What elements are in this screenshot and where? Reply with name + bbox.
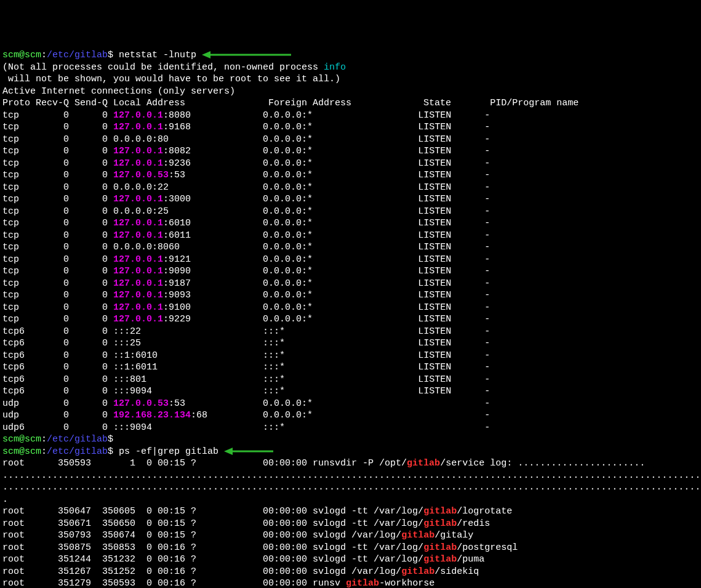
ip-address: 127.0.0.1 xyxy=(113,266,163,276)
ps-dots: ........................................… xyxy=(2,470,699,482)
netstat-note: will not be shown, you would have to be … xyxy=(2,73,699,86)
terminal-output: scm@scm:/etc/gitlab$ netstat -lnutp (Not… xyxy=(2,49,699,588)
ip-address: 127.0.0.1 xyxy=(113,194,163,204)
netstat-row: tcp 0 0 127.0.0.1:6011 0.0.0.0:* LISTEN … xyxy=(2,230,699,242)
ip-address: 192.168.23.134 xyxy=(113,410,191,421)
netstat-row: tcp 0 0 127.0.0.1:6010 0.0.0.0:* LISTEN … xyxy=(2,217,699,230)
grep-highlight: gitlab xyxy=(423,518,457,529)
ps-row: root 351279 350593 0 00:16 ? 00:00:00 ru… xyxy=(2,578,699,588)
ip-address: 127.0.0.1 xyxy=(113,146,163,156)
ip-address: 127.0.0.1 xyxy=(113,122,163,132)
netstat-row: tcp 0 0 127.0.0.1:9093 0.0.0.0:* LISTEN … xyxy=(2,289,699,302)
prompt-path: /etc/gitlab xyxy=(47,446,108,457)
grep-highlight: gitlab xyxy=(346,578,379,588)
ip-address: 127.0.0.1 xyxy=(113,254,163,265)
ip-address: 127.0.0.1 xyxy=(113,110,163,121)
netstat-row: tcp 0 0 127.0.0.1:9121 0.0.0.0:* LISTEN … xyxy=(2,254,699,266)
netstat-row: tcp6 0 0 :::9094 :::* LISTEN - xyxy=(2,385,699,398)
netstat-row: udp 0 0 192.168.23.134:68 0.0.0.0:* - xyxy=(2,409,699,422)
netstat-row: udp6 0 0 :::9094 :::* - xyxy=(2,422,699,434)
ps-row: root 350647 350605 0 00:15 ? 00:00:00 sv… xyxy=(2,505,699,518)
ip-address: 127.0.0.1 xyxy=(113,314,163,324)
netstat-row: tcp 0 0 127.0.0.1:9229 0.0.0.0:* LISTEN … xyxy=(2,313,699,326)
ps-row: root 350671 350650 0 00:15 ? 00:00:00 sv… xyxy=(2,518,699,530)
ip-address: 127.0.0.1 xyxy=(113,278,163,289)
ip-address: 127.0.0.1 xyxy=(113,218,163,228)
arrow-icon xyxy=(224,447,273,456)
netstat-header: Proto Recv-Q Send-Q Local Address Foreig… xyxy=(2,97,699,110)
netstat-row: tcp 0 0 127.0.0.1:8082 0.0.0.0:* LISTEN … xyxy=(2,145,699,158)
netstat-row: tcp6 0 0 ::1:6011 :::* LISTEN - xyxy=(2,361,699,374)
netstat-row: tcp 0 0 127.0.0.1:8080 0.0.0.0:* LISTEN … xyxy=(2,110,699,122)
grep-highlight: gitlab xyxy=(401,530,435,541)
grep-highlight: gitlab xyxy=(407,458,440,469)
ps-dots: ........................................… xyxy=(2,481,699,494)
netstat-row: tcp 0 0 0.0.0.0:25 0.0.0.0:* LISTEN - xyxy=(2,206,699,218)
netstat-row: tcp 0 0 0.0.0.0:22 0.0.0.0:* LISTEN - xyxy=(2,182,699,194)
ip-address: 127.0.0.1 xyxy=(113,290,163,300)
ps-dots: . xyxy=(2,494,699,506)
netstat-note: (Not all processes could be identified, … xyxy=(2,62,699,74)
ps-row: root 350793 350674 0 00:15 ? 00:00:00 sv… xyxy=(2,530,699,542)
netstat-row: tcp6 0 0 :::22 :::* LISTEN - xyxy=(2,326,699,338)
ps-row: root 350875 350853 0 00:16 ? 00:00:00 sv… xyxy=(2,542,699,554)
netstat-row: tcp 0 0 127.0.0.1:9090 0.0.0.0:* LISTEN … xyxy=(2,265,699,278)
netstat-active: Active Internet connections (only server… xyxy=(2,86,699,98)
ip-address: 127.0.0.53 xyxy=(113,398,169,409)
prompt-user: scm@scm xyxy=(2,434,41,445)
netstat-row: tcp 0 0 0.0.0.0:80 0.0.0.0:* LISTEN - xyxy=(2,134,699,146)
netstat-row: tcp 0 0 0.0.0.0:8060 0.0.0.0:* LISTEN - xyxy=(2,241,699,254)
netstat-row: tcp 0 0 127.0.0.1:3000 0.0.0.0:* LISTEN … xyxy=(2,193,699,206)
netstat-row: tcp 0 0 127.0.0.1:9168 0.0.0.0:* LISTEN … xyxy=(2,121,699,134)
ps-row: root 351267 351252 0 00:16 ? 00:00:00 sv… xyxy=(2,566,699,578)
command-line: scm@scm:/etc/gitlab$ netstat -lnutp xyxy=(2,49,699,62)
grep-highlight: gitlab xyxy=(401,566,435,577)
netstat-row: tcp 0 0 127.0.0.1:9100 0.0.0.0:* LISTEN … xyxy=(2,302,699,314)
ip-address: 127.0.0.53 xyxy=(113,170,169,180)
command-text: ps -ef|grep gitlab xyxy=(119,446,218,457)
netstat-row: tcp6 0 0 ::1:6010 :::* LISTEN - xyxy=(2,350,699,362)
netstat-row: tcp 0 0 127.0.0.1:9187 0.0.0.0:* LISTEN … xyxy=(2,278,699,290)
prompt-path: /etc/gitlab xyxy=(47,50,108,60)
command-line: scm@scm:/etc/gitlab$ ps -ef|grep gitlab xyxy=(2,446,699,458)
svg-marker-3 xyxy=(224,448,233,455)
svg-marker-1 xyxy=(202,51,210,58)
ip-address: 127.0.0.1 xyxy=(113,230,163,241)
netstat-row: udp 0 0 127.0.0.53:53 0.0.0.0:* - xyxy=(2,398,699,410)
prompt-path: /etc/gitlab xyxy=(47,434,108,445)
grep-highlight: gitlab xyxy=(423,542,457,553)
command-line: scm@scm:/etc/gitlab$ xyxy=(2,433,699,446)
ip-address: 127.0.0.1 xyxy=(113,302,163,313)
netstat-row: tcp6 0 0 :::25 :::* LISTEN - xyxy=(2,337,699,350)
ip-address: 127.0.0.1 xyxy=(113,158,163,169)
netstat-row: tcp 0 0 127.0.0.1:9236 0.0.0.0:* LISTEN … xyxy=(2,158,699,170)
grep-highlight: gitlab xyxy=(423,506,457,517)
ps-row: root 350593 1 0 00:15 ? 00:00:00 runsvdi… xyxy=(2,457,699,470)
arrow-icon xyxy=(202,50,291,59)
ps-row: root 351244 351232 0 00:16 ? 00:00:00 sv… xyxy=(2,554,699,566)
command-text: netstat -lnutp xyxy=(119,50,196,60)
netstat-row: tcp6 0 0 :::801 :::* LISTEN - xyxy=(2,374,699,386)
prompt-user: scm@scm xyxy=(2,50,41,60)
netstat-row: tcp 0 0 127.0.0.53:53 0.0.0.0:* LISTEN - xyxy=(2,169,699,182)
prompt-user: scm@scm xyxy=(2,446,41,457)
info-highlight: info xyxy=(324,62,346,73)
grep-highlight: gitlab xyxy=(423,554,457,565)
